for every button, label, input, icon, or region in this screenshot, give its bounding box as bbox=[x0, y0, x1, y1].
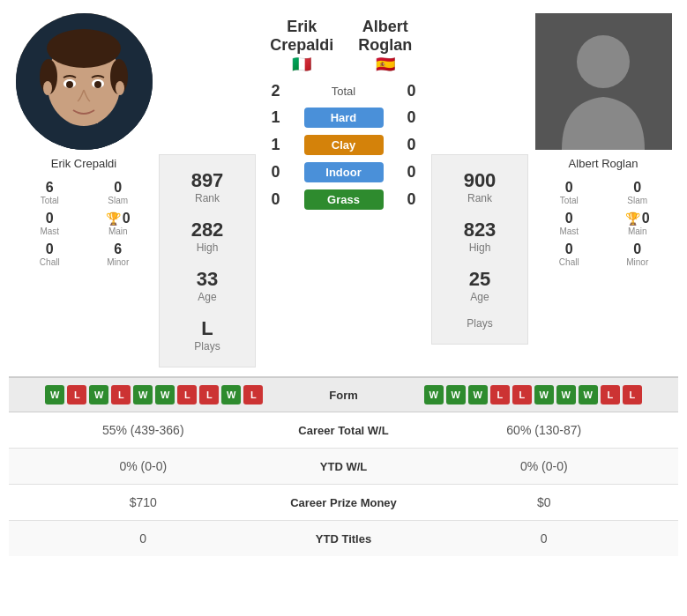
erik-high-block: 282 High bbox=[191, 219, 224, 254]
badge-l7: L bbox=[177, 385, 197, 404]
hard-btn-container: Hard bbox=[291, 108, 396, 128]
top-section: Erik Crepaldi 6 Total 0 Slam 0 Mast bbox=[9, 9, 678, 372]
albert-plays-label: Plays bbox=[467, 317, 492, 330]
albert-high-value: 823 bbox=[464, 219, 497, 241]
erik-mast-block: 0 Mast bbox=[16, 208, 85, 239]
albert-age-label: Age bbox=[469, 291, 490, 303]
erik-face-svg bbox=[16, 13, 153, 150]
albert-high-label: High bbox=[464, 241, 497, 254]
erik-plays-value: L bbox=[194, 317, 220, 340]
clay-surface-tag[interactable]: Clay bbox=[304, 135, 384, 155]
grass-score-right: 0 bbox=[396, 190, 427, 209]
right-player-photo-col: Albert Roglan 0 Total 0 Slam 0 Mast 🏆 bbox=[528, 13, 678, 270]
erik-rank-block: 897 Rank bbox=[191, 169, 224, 204]
albert-minor-block: 0 Minor bbox=[603, 239, 672, 270]
albert-total-value: 0 bbox=[535, 180, 604, 196]
albert-rank-label: Rank bbox=[464, 192, 497, 204]
svg-point-12 bbox=[116, 81, 124, 95]
ytd-wl-label: YTD W/L bbox=[265, 460, 423, 473]
right-form-badges: W W W L L W W W L L bbox=[397, 385, 670, 404]
indoor-score-left: 0 bbox=[260, 163, 291, 182]
erik-trophy-icon: 🏆 bbox=[106, 212, 121, 226]
albert-mast-value: 0 bbox=[535, 211, 604, 226]
form-label: Form bbox=[291, 389, 397, 402]
albert-main-block: 🏆 0 Main bbox=[603, 208, 672, 239]
badge-l8: L bbox=[199, 385, 219, 404]
badge-r6: W bbox=[534, 385, 554, 404]
erik-mast-value: 0 bbox=[46, 211, 54, 226]
erik-slam-block: 0 Slam bbox=[84, 177, 153, 208]
erik-total-block: 6 Total bbox=[16, 177, 85, 208]
erik-slam-value: 0 bbox=[84, 180, 153, 196]
albert-high-block: 823 High bbox=[464, 219, 497, 254]
albert-age-block: 25 Age bbox=[469, 268, 490, 303]
hard-score-left: 1 bbox=[260, 108, 291, 127]
badge-r4: L bbox=[490, 385, 510, 404]
albert-minor-value: 0 bbox=[603, 241, 672, 257]
albert-plays-block: Plays bbox=[467, 317, 492, 330]
badge-l10: L bbox=[243, 385, 263, 404]
albert-name-below: Albert Roglan bbox=[569, 157, 638, 170]
erik-main-label: Main bbox=[84, 226, 153, 236]
erik-plays-label: Plays bbox=[194, 340, 220, 353]
albert-age-value: 25 bbox=[469, 268, 490, 291]
albert-name-top: Albert Roglan bbox=[344, 18, 428, 55]
erik-chall-label: Chall bbox=[16, 257, 85, 267]
prize-right: $0 bbox=[423, 495, 666, 509]
erik-main-value: 0 bbox=[123, 211, 131, 226]
indoor-surface-tag[interactable]: Indoor bbox=[304, 162, 384, 182]
badge-r7: W bbox=[556, 385, 576, 404]
svg-point-14 bbox=[577, 35, 630, 88]
grass-btn-container: Grass bbox=[291, 189, 396, 210]
clay-btn-container: Clay bbox=[291, 135, 396, 155]
prize-left: $710 bbox=[22, 495, 265, 509]
erik-minor-block: 6 Minor bbox=[84, 239, 153, 270]
match-center: Erik Crepaldi 🇮🇹 Albert Roglan 🇪🇸 2 Tota… bbox=[256, 13, 431, 213]
total-score-right: 0 bbox=[396, 82, 427, 100]
grass-surface-tag[interactable]: Grass bbox=[304, 189, 384, 210]
indoor-row: 0 Indoor 0 bbox=[260, 159, 427, 186]
erik-minor-label: Minor bbox=[84, 257, 153, 267]
erik-name-header: Erik Crepaldi 🇮🇹 bbox=[260, 18, 344, 74]
erik-name-below: Erik Crepaldi bbox=[51, 157, 116, 170]
albert-stats-grid: 0 Total 0 Slam 0 Mast 🏆 0 Main bbox=[535, 177, 672, 270]
badge-r9: L bbox=[601, 385, 620, 404]
badge-l2: L bbox=[67, 385, 86, 404]
main-container: Erik Crepaldi 6 Total 0 Slam 0 Mast bbox=[0, 0, 687, 565]
albert-chall-label: Chall bbox=[535, 257, 604, 267]
career-wl-row: 55% (439-366) Career Total W/L 60% (130-… bbox=[9, 412, 678, 449]
total-label: Total bbox=[291, 85, 396, 98]
hard-row: 1 Hard 0 bbox=[260, 104, 427, 131]
erik-rank-label: Rank bbox=[191, 192, 224, 204]
total-score-left: 2 bbox=[260, 82, 291, 100]
titles-left: 0 bbox=[22, 531, 265, 545]
erik-main-block: 🏆 0 Main bbox=[84, 208, 153, 239]
badge-l3: W bbox=[89, 385, 108, 404]
ytd-wl-left: 0% (0-0) bbox=[22, 459, 265, 473]
ytd-wl-right: 0% (0-0) bbox=[423, 459, 666, 473]
career-wl-left: 55% (439-366) bbox=[22, 423, 265, 437]
erik-photo bbox=[16, 13, 153, 150]
albert-mast-label: Mast bbox=[535, 226, 604, 236]
titles-row: 0 YTD Titles 0 bbox=[9, 521, 678, 556]
hard-surface-tag[interactable]: Hard bbox=[304, 108, 384, 128]
erik-mast-label: Mast bbox=[40, 226, 59, 236]
badge-r1: W bbox=[424, 385, 444, 404]
career-wl-label: Career Total W/L bbox=[265, 424, 423, 437]
erik-flag: 🇮🇹 bbox=[260, 55, 344, 74]
prize-row: $710 Career Prize Money $0 bbox=[9, 485, 678, 521]
albert-slam-label: Slam bbox=[603, 196, 672, 205]
bottom-stats-section: W L W L W W L L W L Form W W W L L W W bbox=[9, 376, 678, 556]
badge-l6: W bbox=[155, 385, 175, 404]
erik-rank-value: 897 bbox=[191, 169, 224, 192]
albert-flag: 🇪🇸 bbox=[344, 55, 428, 74]
erik-minor-value: 6 bbox=[84, 241, 153, 257]
form-row: W L W L W W L L W L Form W W W L L W W bbox=[9, 378, 678, 412]
badge-l9: W bbox=[221, 385, 241, 404]
indoor-btn-container: Indoor bbox=[291, 162, 396, 182]
clay-row: 1 Clay 0 bbox=[260, 131, 427, 159]
badge-r5: L bbox=[512, 385, 532, 404]
svg-point-10 bbox=[94, 81, 101, 88]
badge-r2: W bbox=[446, 385, 466, 404]
albert-slam-block: 0 Slam bbox=[603, 177, 672, 208]
